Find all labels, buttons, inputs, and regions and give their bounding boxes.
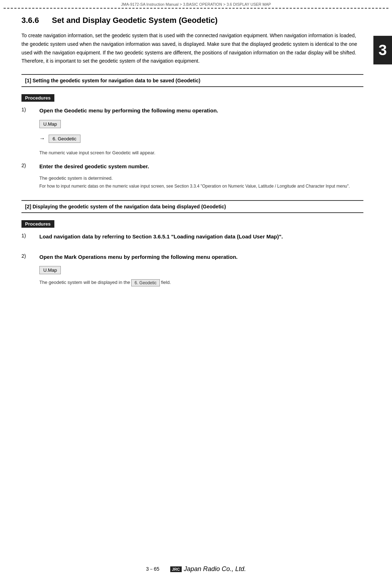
step-2-bold: Enter the desired geodetic system number… (39, 163, 363, 171)
chapter-tab: 3 (373, 36, 392, 64)
umap-button-1[interactable]: U.Map (39, 120, 61, 128)
step-4-number: 2) (21, 253, 39, 259)
step-3-number: 1) (21, 233, 39, 238)
step-4-content: Open the Mark Operations menu by perform… (39, 253, 363, 287)
page-footer: 3－65 JRC Japan Radio Co., Ltd. (0, 565, 392, 573)
main-content: 3.6.6 Set and Display Geodetic System (G… (0, 9, 392, 300)
menu-flow-1: U.Map → 6. Geodetic (39, 120, 363, 146)
step-3: 1) Load navigation data by referring to … (21, 233, 363, 246)
subsection1-header: [1] Setting the geodetic system for navi… (21, 74, 363, 87)
step-3-content: Load navigation data by referring to Sec… (39, 233, 363, 246)
procedures-badge-2: Procedures (21, 220, 54, 228)
geodetic-button-1[interactable]: 6. Geodetic (49, 135, 80, 143)
umap-button-2[interactable]: U.Map (39, 266, 61, 274)
breadcrumb: JMA-9172-SA Instruction Manual > 3.BASIC… (0, 0, 392, 8)
company-name: Japan Radio Co., Ltd. (184, 565, 246, 573)
procedures-badge-1: Procedures (21, 94, 54, 102)
jrc-logo: JRC Japan Radio Co., Ltd. (170, 565, 246, 573)
step-3-bold: Load navigation data by referring to Sec… (39, 233, 363, 241)
step-4: 2) Open the Mark Operations menu by perf… (21, 253, 363, 287)
section-number: 3.6.6 (21, 16, 39, 25)
step-2-note2: For how to input numeric datas on the nu… (39, 183, 363, 189)
step-4-note-suffix: field. (161, 280, 171, 285)
step-2-note1: The geodetic system is determined. (39, 175, 363, 181)
step-2-number: 2) (21, 163, 39, 168)
step-1-content: Open the Geodetic menu by performing the… (39, 107, 363, 155)
menu-arrow-row: → 6. Geodetic (39, 135, 80, 143)
jrc-box: JRC (170, 566, 182, 572)
step-1-note: The numeric value input screen for Geode… (39, 150, 363, 155)
step-4-note: The geodetic system will be displayed in… (39, 279, 363, 286)
step-2: 2) Enter the desired geodetic system num… (21, 163, 363, 190)
subsection2-header: [2] Displaying the geodetic system of th… (21, 200, 363, 213)
step-1-number: 1) (21, 107, 39, 112)
step-4-bold: Open the Mark Operations menu by perform… (39, 253, 363, 261)
page-number: 3－65 (146, 566, 159, 572)
geodetic-inline-button[interactable]: 6. Geodetic (131, 279, 160, 286)
intro-paragraph: To create navigation information, set th… (21, 32, 363, 66)
step-4-note-prefix: The geodetic system will be displayed in… (39, 280, 130, 285)
step-1: 1) Open the Geodetic menu by performing … (21, 107, 363, 155)
step-2-content: Enter the desired geodetic system number… (39, 163, 363, 190)
section-heading: Set and Display Geodetic System (Geodeti… (52, 16, 217, 25)
section-title: 3.6.6 Set and Display Geodetic System (G… (21, 16, 363, 25)
step-1-bold: Open the Geodetic menu by performing the… (39, 107, 363, 115)
arrow-icon-1: → (39, 135, 45, 142)
